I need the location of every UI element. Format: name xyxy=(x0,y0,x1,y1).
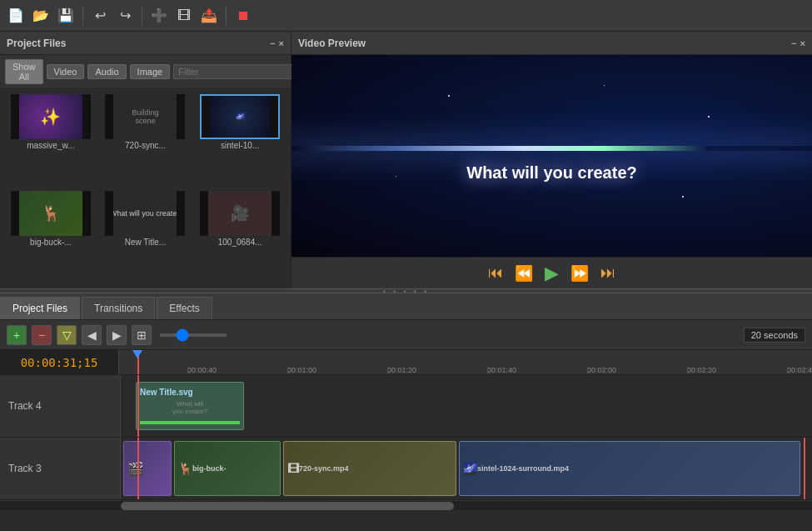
track4-playhead-line xyxy=(137,375,139,437)
title-clip-label: New Title.svg xyxy=(140,388,240,397)
project-files-close[interactable]: × xyxy=(279,38,284,48)
remove-track-button[interactable]: − xyxy=(32,325,52,345)
ruler-mark-1: 00:01:00 xyxy=(287,366,316,374)
project-files-header: Project Files − × xyxy=(0,32,291,55)
fast-forward-button[interactable]: ⏩ xyxy=(569,264,590,283)
project-files-minimize[interactable]: − xyxy=(270,38,275,48)
track-3-label: Track 3 xyxy=(0,438,121,499)
ruler-mark-5: 00:02:20 xyxy=(687,366,716,374)
toolbar-sep-2 xyxy=(142,6,142,26)
media-label-4: New Title... xyxy=(105,238,185,247)
ruler-mark-6: 00:02:40 xyxy=(787,366,812,374)
ruler-mark-0: 00:00:40 xyxy=(187,366,217,374)
preview-text: What will you create? xyxy=(466,163,636,183)
project-files-header-icons: − × xyxy=(270,38,284,48)
track-3-content: 🎬 🦌 big-buck- 🎞 720-sync.mp4 xyxy=(121,438,812,499)
rewind-button[interactable]: ⏪ xyxy=(513,264,535,283)
project-files-panel: Project Files − × Show All Video Audio I… xyxy=(0,32,291,288)
video-preview-header-icons: − × xyxy=(791,38,805,48)
timeline-section: Project Files Transitions Effects + − ▽ … xyxy=(0,293,812,531)
media-label-5: 100_0684... xyxy=(200,238,280,247)
timeline-toolbar: + − ▽ ◀ ▶ ⊞ 20 seconds xyxy=(0,320,812,350)
tab-effects[interactable]: Effects xyxy=(157,297,212,319)
media-item-3[interactable]: 🦌 big-buck-... xyxy=(5,191,97,284)
title-clip-preview: What willyou create? xyxy=(140,400,240,415)
add-icon[interactable]: ➕ xyxy=(148,5,170,27)
filter-input[interactable] xyxy=(173,64,298,79)
filter-bar: Show All Video Audio Image 🔧 xyxy=(0,55,291,89)
open-icon[interactable]: 📂 xyxy=(30,5,52,27)
media-grid: ✨ massive_w... Buildingscene 720-sync...… xyxy=(0,89,291,288)
track-4-label: Track 4 xyxy=(0,375,121,437)
tab-transitions[interactable]: Transitions xyxy=(82,297,155,319)
redo-icon[interactable]: ↪ xyxy=(114,5,136,27)
track3-playhead-line xyxy=(137,438,139,499)
ruler-mark-4: 00:02:00 xyxy=(587,366,616,374)
ruler-mark-3: 00:01:40 xyxy=(487,366,516,374)
media-item-4[interactable]: What will you create? New Title... xyxy=(100,191,192,284)
playhead xyxy=(137,350,139,374)
title-clip-bar xyxy=(140,421,240,424)
media-item-2[interactable]: 🌌 sintel-10... xyxy=(194,94,286,188)
time-ruler: 00:00:31;15 00:00:40 00:01:00 00:01:20 0… xyxy=(0,350,812,375)
video-preview-panel: Video Preview − × What will you create? xyxy=(291,32,812,288)
media-item-0[interactable]: ✨ massive_w... xyxy=(5,94,97,188)
media-label-1: 720-sync... xyxy=(105,141,185,150)
filter-audio[interactable]: Audio xyxy=(87,64,126,79)
toolbar-sep-3 xyxy=(226,6,227,26)
track-4-content: New Title.svg What willyou create? xyxy=(121,375,812,437)
video-clip-bigbuck[interactable]: 🦌 big-buck- xyxy=(174,441,281,496)
title-clip[interactable]: New Title.svg What willyou create? xyxy=(136,382,244,430)
toolbar: 📄 📂 💾 ↩ ↪ ➕ 🎞 📤 ⏹ xyxy=(0,0,812,32)
video-clip-m-inner: 🎬 xyxy=(124,442,171,495)
track3-end-marker xyxy=(804,438,805,499)
play-button[interactable]: ▶ xyxy=(543,263,560,284)
video-preview-minimize[interactable]: − xyxy=(791,38,796,48)
timeline-icon[interactable]: 🎞 xyxy=(173,5,195,27)
timeline-tabs: Project Files Transitions Effects xyxy=(0,293,812,320)
media-item-1[interactable]: Buildingscene 720-sync... xyxy=(100,94,192,188)
zoom-slider[interactable] xyxy=(160,333,227,337)
playhead-triangle xyxy=(132,350,142,358)
timeline-duration: 20 seconds xyxy=(744,328,805,343)
tab-project-files[interactable]: Project Files xyxy=(0,297,80,319)
media-label-2: sintel-10... xyxy=(200,141,280,150)
save-icon[interactable]: 💾 xyxy=(55,5,77,27)
stop-icon[interactable]: ⏹ xyxy=(232,5,254,27)
main-panels: Project Files − × Show All Video Audio I… xyxy=(0,32,812,288)
time-display: 00:00:31;15 xyxy=(0,350,119,374)
prev-marker-button[interactable]: ◀ xyxy=(82,325,102,345)
export-icon[interactable]: 📤 xyxy=(198,5,220,27)
video-preview-title: Video Preview xyxy=(298,38,366,49)
video-clip-720sync[interactable]: 🎞 720-sync.mp4 xyxy=(283,441,456,496)
video-preview-header: Video Preview − × xyxy=(291,32,812,55)
preview-controls: ⏮ ⏪ ▶ ⏩ ⏭ xyxy=(291,257,812,288)
preview-area: What will you create? xyxy=(291,55,812,257)
rewind-to-start-button[interactable]: ⏮ xyxy=(486,264,505,282)
media-label-0: massive_w... xyxy=(11,141,91,150)
video-preview-close[interactable]: × xyxy=(800,38,805,48)
new-icon[interactable]: 📄 xyxy=(5,5,27,27)
ruler-marks: 00:00:40 00:01:00 00:01:20 00:01:40 00:0… xyxy=(121,350,812,374)
track-row-3: Track 3 🎬 🦌 big-buck- xyxy=(0,438,812,500)
undo-icon[interactable]: ↩ xyxy=(89,5,111,27)
toolbar-sep-1 xyxy=(82,6,83,26)
filter-video[interactable]: Video xyxy=(47,64,85,79)
add-track-button[interactable]: + xyxy=(7,325,27,345)
video-clip-m[interactable]: 🎬 xyxy=(123,441,172,496)
scrollbar-thumb[interactable] xyxy=(121,502,454,510)
track-row-4: Track 4 New Title.svg What willyou creat… xyxy=(0,375,812,438)
video-clip-sintel-inner: 🌌 sintel-1024-surround.mp4 xyxy=(460,442,800,495)
media-label-3: big-buck-... xyxy=(11,238,91,247)
media-item-5[interactable]: 🎥 100_0684... xyxy=(194,191,286,284)
next-marker-button[interactable]: ▶ xyxy=(107,325,127,345)
preview-background xyxy=(291,55,812,257)
filter-track-button[interactable]: ▽ xyxy=(57,325,77,345)
filter-show-all[interactable]: Show All xyxy=(5,59,43,84)
snap-button[interactable]: ⊞ xyxy=(132,325,152,345)
fast-forward-to-end-button[interactable]: ⏭ xyxy=(599,264,617,282)
timeline-area: 00:00:31;15 00:00:40 00:01:00 00:01:20 0… xyxy=(0,350,812,531)
filter-image[interactable]: Image xyxy=(130,64,171,79)
video-clip-sintel[interactable]: 🌌 sintel-1024-surround.mp4 xyxy=(459,441,800,496)
zoom-control xyxy=(160,333,227,337)
